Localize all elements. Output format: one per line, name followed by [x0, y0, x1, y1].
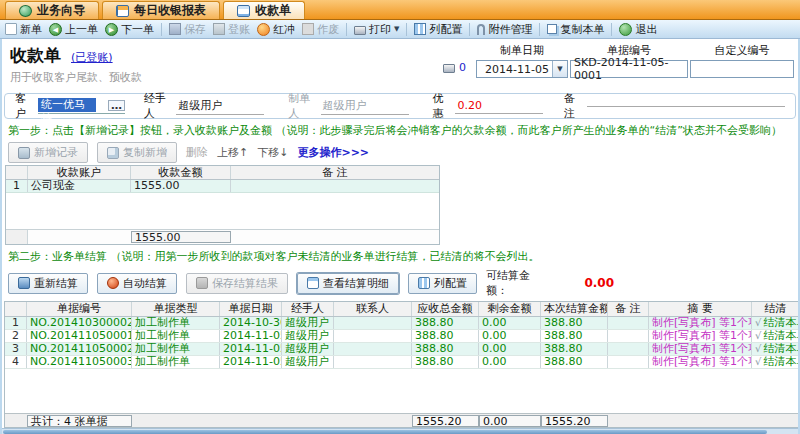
amount-column-header: 收款金额 — [131, 166, 231, 179]
page-title: 收款单 — [10, 44, 61, 67]
post-ledger-button[interactable]: 登账 — [213, 22, 250, 37]
tab-label: 每日收银报表 — [134, 2, 206, 19]
customer-lookup-button[interactable]: … — [108, 100, 125, 111]
form-panel: 客户 统一优马特 … 经手人 超级用户 制单人 超级用户 优惠 0.20 备注 — [4, 93, 796, 119]
account-column-header: 收款账户 — [28, 166, 131, 179]
check-icon: √ — [755, 356, 761, 367]
auto-settle-button[interactable]: 自动结算 — [97, 273, 177, 294]
discount-label: 优惠 — [433, 91, 452, 121]
doc-number-input[interactable]: SKD-2014-11-05-0001 — [570, 60, 688, 78]
more-actions-link[interactable]: 更多操作>>> — [297, 145, 369, 160]
save-settle-result-button[interactable]: 保存结算结果 — [186, 273, 288, 294]
step2-button-row: 重新结算 自动结算 保存结算结果 查看结算明细 列配置 可结算金额： 0.00 — [2, 266, 798, 300]
app-window: 业务向导 每日收银报表 收款单 新单 ◀上一单 ▶下一单 保存 登账 红冲 作废… — [0, 0, 800, 434]
chevron-down-icon: ▼ — [557, 65, 562, 73]
tab-business-wizard[interactable]: 业务向导 — [5, 1, 99, 19]
settle-amount-sum: 1555.20 — [541, 415, 608, 427]
toolbar-separator — [346, 23, 347, 36]
tab-receipt-form[interactable]: 收款单 — [223, 1, 305, 19]
date-dropdown-button[interactable]: ▼ — [552, 61, 567, 77]
step2-instruction: 第二步：业务单结算 （说明：用第一步所收到的款项对客户未结清的业务单进行结算，已… — [2, 245, 798, 266]
red-reverse-button[interactable]: 红冲 — [257, 22, 295, 37]
remark-header: 备 注 — [608, 302, 649, 316]
void-icon — [302, 23, 314, 35]
move-down-button[interactable]: 下移↓ — [257, 145, 288, 160]
step1-instruction: 第一步：点击【新增记录】按钮，录入收款账户及金额 （说明：此步骤录完后将会冲销客… — [2, 119, 798, 140]
settlement-table-footer: 共计：4 张单据 1555.20 0.00 1555.20 — [5, 413, 799, 427]
prev-doc-button[interactable]: ◀上一单 — [49, 22, 98, 37]
tab-daily-cash-report[interactable]: 每日收银报表 — [102, 1, 220, 19]
creator-value: 超级用户 — [321, 98, 409, 115]
attachment-button[interactable]: 附件管理 — [477, 22, 532, 37]
new-page-icon — [5, 23, 17, 35]
doc-date-field: 制单日期 2014-11-05 ▼ — [476, 43, 568, 78]
tab-label: 收款单 — [255, 2, 291, 19]
accounts-table: 收款账户 收款金额 备 注 1 公司现金 1555.00 1555.00 — [5, 165, 440, 245]
custom-number-field: 自定义编号 — [690, 43, 794, 78]
remark-input[interactable] — [587, 105, 785, 107]
copy-doc-button[interactable]: 复制本单 — [547, 22, 604, 37]
settle-amount-header: 本次结算金额 — [541, 302, 608, 316]
scrollbar-thumb[interactable] — [3, 430, 767, 434]
settle-column-config-button[interactable]: 列配置 — [408, 273, 477, 294]
red-circle-icon — [257, 23, 270, 36]
columns-icon — [414, 23, 426, 35]
handler-input[interactable]: 超级用户 — [176, 98, 264, 115]
print-button[interactable]: 打印▼ — [354, 22, 399, 37]
toolbar: 新单 ◀上一单 ▶下一单 保存 登账 红冲 作废 打印▼ 列配置 附件管理 复制… — [0, 20, 800, 39]
auto-settle-icon — [107, 277, 119, 289]
doc-date-header: 单据日期 — [220, 302, 282, 316]
void-button[interactable]: 作废 — [302, 22, 339, 37]
settled-checkbox[interactable]: √结清本单 — [752, 343, 799, 355]
row-num-header — [6, 166, 28, 179]
available-amount-value: 0.00 — [584, 276, 614, 290]
available-amount-label: 可结算金额： — [486, 268, 550, 298]
table-row[interactable]: 3 NO.201411050002 加工制作单 2014-11-05 超级用户 … — [5, 343, 799, 356]
footer-num-cell — [6, 230, 28, 244]
tab-bar: 业务向导 每日收银报表 收款单 — [0, 0, 800, 20]
arrow-right-icon: ▶ — [105, 23, 118, 36]
accounts-table-footer: 1555.00 — [6, 229, 439, 244]
copy-add-button[interactable]: 复制新增 — [97, 142, 177, 163]
customer-label: 客户 — [15, 91, 34, 121]
add-record-button[interactable]: 新增记录 — [8, 142, 88, 163]
copy-add-icon — [107, 147, 119, 159]
handler-label: 经手人 — [144, 91, 172, 121]
remaining-header: 剩余金额 — [479, 302, 541, 316]
exit-button[interactable]: 退出 — [619, 22, 657, 37]
column-config-button[interactable]: 列配置 — [414, 22, 462, 37]
settled-checkbox[interactable]: √结清本单 — [752, 356, 799, 368]
paperclip-icon — [477, 24, 485, 35]
table-row[interactable]: 2 NO.201411050001 加工制作单 2014-11-05 超级用户 … — [5, 330, 799, 343]
floppy-icon — [169, 23, 181, 35]
horizontal-scrollbar[interactable] — [2, 428, 798, 434]
account-table-row[interactable]: 1 公司现金 1555.00 — [6, 180, 439, 193]
creator-label: 制单人 — [288, 91, 316, 121]
accounts-total-amount: 1555.00 — [131, 231, 231, 243]
move-up-button[interactable]: 上移↑ — [217, 145, 248, 160]
posted-status-link[interactable]: (已登账) — [71, 50, 113, 65]
view-settle-detail-button[interactable]: 查看结算明细 — [297, 273, 399, 294]
step1-button-row: 新增记录 复制新增 删除 上移↑ 下移↓ 更多操作>>> — [2, 140, 798, 165]
printer-icon[interactable] — [443, 64, 455, 73]
next-doc-button[interactable]: ▶下一单 — [105, 22, 154, 37]
delete-record-button[interactable]: 删除 — [186, 145, 208, 160]
doc-date-input[interactable]: 2014-11-05 ▼ — [476, 60, 568, 78]
wizard-icon — [19, 5, 32, 17]
table-row[interactable]: 4 NO.201411050003 加工制作单 2014-11-05 超级用户 … — [5, 356, 799, 369]
settled-checkbox[interactable]: √结清本单 — [752, 330, 799, 342]
table-row[interactable]: 1 NO.201410300002 加工制作单 2014-10-30 超级用户 … — [5, 317, 799, 330]
resettle-button[interactable]: 重新结算 — [8, 273, 88, 294]
printer-icon — [354, 26, 366, 35]
save-button[interactable]: 保存 — [169, 22, 206, 37]
discount-input[interactable]: 0.20 — [455, 99, 543, 114]
customer-input[interactable]: 统一优马特 … — [38, 98, 125, 114]
custom-number-input[interactable] — [690, 60, 794, 78]
settled-checkbox[interactable]: √结清本单 — [752, 317, 799, 329]
ledger-icon — [213, 23, 225, 35]
new-doc-button[interactable]: 新单 — [5, 22, 42, 37]
content-area: 收款单 (已登账) 用于收取客户尾款、预收款 0 制单日期 2014-11-05… — [0, 39, 800, 434]
settlement-table: 单据编号 单据类型 单据日期 经手人 联系人 应收总金额 剩余金额 本次结算金额… — [4, 301, 800, 428]
doc-type-header: 单据类型 — [132, 302, 220, 316]
check-icon: √ — [755, 330, 761, 341]
